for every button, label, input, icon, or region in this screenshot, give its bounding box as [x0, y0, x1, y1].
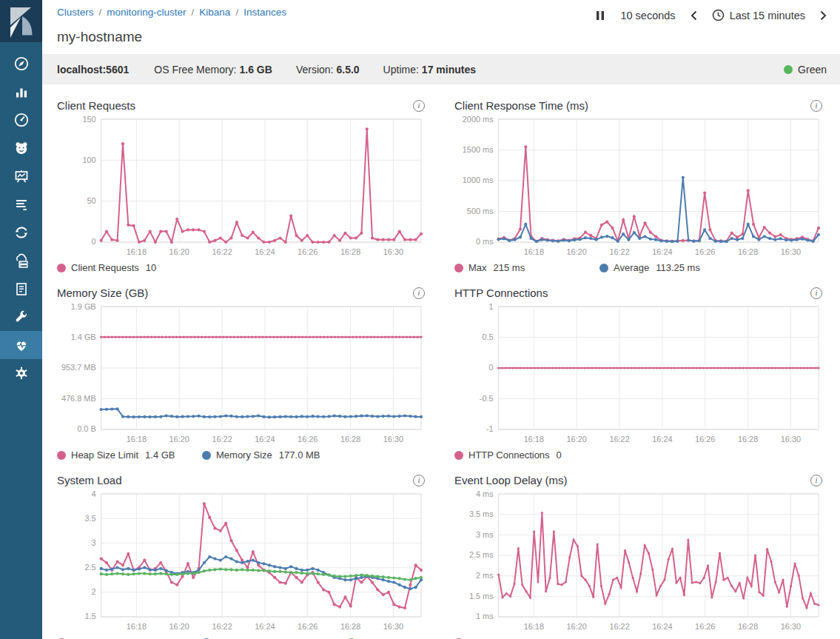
- svg-text:500 ms: 500 ms: [467, 207, 494, 215]
- svg-text:-0.5: -0.5: [480, 394, 494, 403]
- info-icon[interactable]: i: [810, 100, 822, 112]
- nav-apm[interactable]: [0, 218, 42, 247]
- svg-text:16:22: 16:22: [609, 622, 629, 631]
- legend-item: HTTP Connections0: [454, 449, 599, 461]
- info-icon[interactable]: i: [413, 475, 425, 486]
- nav-dev-tools[interactable]: [0, 303, 42, 331]
- chart-legend: 1m2.455m2.2315m2.28: [57, 635, 425, 639]
- breadcrumb-link[interactable]: Instances: [243, 7, 286, 18]
- sidebar-icon-list: [0, 42, 42, 387]
- svg-text:0 ms: 0 ms: [476, 237, 494, 246]
- svg-text:16:24: 16:24: [652, 622, 672, 631]
- svg-text:16:30: 16:30: [781, 622, 801, 631]
- chart-legend: Client Requests10: [57, 260, 425, 281]
- svg-text:16:26: 16:26: [695, 247, 715, 256]
- legend-series-value: 1.4 GB: [145, 449, 175, 461]
- svg-text:16:22: 16:22: [212, 247, 232, 256]
- legend-series-name: Heap Size Limit: [71, 449, 138, 461]
- nav-timelion[interactable]: [0, 134, 42, 162]
- panel-event-loop-delay: Event Loop Delay (ms) i 4 ms3.5 ms3 ms2.…: [454, 468, 822, 639]
- legend-series-value: 113.25 ms: [656, 262, 700, 273]
- svg-text:16:28: 16:28: [340, 435, 360, 444]
- nav-canvas[interactable]: [0, 162, 42, 190]
- svg-text:16:26: 16:26: [298, 622, 317, 631]
- svg-text:2 ms: 2 ms: [476, 571, 494, 580]
- legend-item: Max215 ms: [454, 262, 599, 273]
- svg-text:16:18: 16:18: [127, 435, 147, 444]
- svg-text:2000 ms: 2000 ms: [463, 115, 494, 124]
- svg-text:0: 0: [92, 237, 96, 246]
- breadcrumb-link[interactable]: Kibana: [199, 7, 230, 18]
- nav-notebook[interactable]: [0, 275, 42, 303]
- chart-legend: Max215 msAverage113.25 ms: [454, 260, 822, 281]
- legend-series-value: 10: [146, 262, 156, 273]
- legend-series-name: Client Requests: [71, 262, 139, 273]
- nav-dashboard[interactable]: [0, 106, 42, 134]
- info-icon[interactable]: i: [413, 287, 425, 299]
- chart-legend: HTTP Connections0: [454, 447, 822, 468]
- legend-dot-icon: [57, 264, 66, 272]
- legend-series-value: 215 ms: [494, 262, 525, 273]
- svg-text:16:24: 16:24: [652, 435, 672, 444]
- nav-management[interactable]: [0, 359, 42, 387]
- svg-text:16:18: 16:18: [524, 622, 544, 631]
- charts-grid: Client Requests i 15010050016:1816:2016:…: [42, 84, 840, 639]
- legend-item: Average113.25 ms: [599, 262, 745, 273]
- info-icon[interactable]: i: [810, 475, 822, 486]
- wrench-icon: [13, 309, 30, 325]
- breadcrumb-separator: /: [192, 7, 195, 18]
- svg-text:16:22: 16:22: [212, 435, 232, 444]
- nav-infrastructure[interactable]: [0, 247, 42, 275]
- legend-dot-icon: [202, 451, 211, 460]
- legend-series-name: HTTP Connections: [468, 449, 550, 461]
- nav-visualize[interactable]: [0, 78, 42, 106]
- breadcrumb-separator: /: [99, 7, 102, 18]
- svg-text:16:22: 16:22: [609, 435, 629, 444]
- svg-text:16:18: 16:18: [524, 247, 544, 256]
- legend-dot-icon: [454, 451, 463, 460]
- legend-dot-icon: [57, 451, 66, 460]
- svg-text:16:28: 16:28: [738, 622, 758, 631]
- health-status-dot: [784, 65, 793, 74]
- svg-text:16:20: 16:20: [169, 622, 189, 631]
- client-requests-chart: 15010050016:1816:2016:2216:2416:2616:281…: [57, 115, 425, 260]
- nav-monitoring[interactable]: [0, 331, 42, 359]
- svg-text:16:18: 16:18: [127, 622, 147, 631]
- svg-text:16:18: 16:18: [524, 435, 544, 444]
- panel-client-response-time: Client Response Time (ms) i 2000 ms1500 …: [454, 93, 822, 281]
- refresh-interval[interactable]: 10 seconds: [620, 10, 675, 21]
- svg-text:3.5 ms: 3.5 ms: [469, 509, 494, 518]
- svg-text:1.9 GB: 1.9 GB: [71, 302, 96, 311]
- svg-text:1500 ms: 1500 ms: [463, 145, 494, 154]
- info-icon[interactable]: i: [413, 100, 425, 112]
- pause-button[interactable]: [596, 10, 605, 21]
- cloud-servers-icon: [13, 252, 30, 269]
- chart-legend: Event Loop Delay1.29 ms: [454, 635, 822, 639]
- time-back-button[interactable]: [691, 10, 697, 21]
- legend-series-name: Average: [614, 262, 649, 273]
- svg-text:16:20: 16:20: [169, 435, 189, 444]
- kibana-logo[interactable]: [0, 0, 42, 42]
- svg-text:953.7 MB: 953.7 MB: [61, 363, 96, 372]
- svg-text:1 ms: 1 ms: [476, 612, 494, 620]
- timelion-face-icon: [13, 140, 30, 156]
- clock-icon: [712, 9, 725, 21]
- svg-text:16:26: 16:26: [298, 435, 317, 444]
- svg-text:16:24: 16:24: [652, 247, 672, 256]
- log-lines-icon: [13, 196, 30, 213]
- svg-text:4 ms: 4 ms: [476, 489, 494, 498]
- legend-series-value: 0: [557, 449, 562, 461]
- time-forward-button[interactable]: [820, 10, 827, 21]
- info-icon[interactable]: i: [810, 287, 822, 299]
- kibana-logo-icon: [0, 0, 42, 42]
- svg-text:16:20: 16:20: [567, 435, 587, 444]
- kibana-monitoring-app: Clusters/monitoring-cluster/Kibana/Insta…: [0, 0, 840, 639]
- breadcrumb-link[interactable]: monitoring-cluster: [107, 7, 186, 18]
- system-load-chart: 43.532.521.516:1816:2016:2216:2416:2616:…: [57, 489, 425, 635]
- svg-text:16:30: 16:30: [383, 247, 403, 256]
- nav-logs[interactable]: [0, 190, 42, 218]
- svg-text:50: 50: [87, 196, 96, 205]
- nav-discover[interactable]: [0, 50, 42, 78]
- breadcrumb-link[interactable]: Clusters: [57, 7, 94, 18]
- time-range-picker[interactable]: Last 15 minutes: [712, 9, 805, 21]
